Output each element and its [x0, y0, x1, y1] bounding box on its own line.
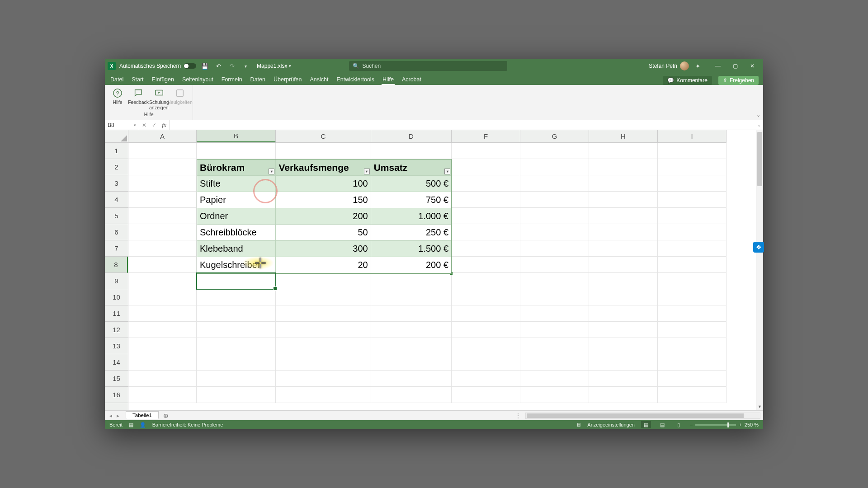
accessibility-icon[interactable]: 👤	[140, 422, 146, 428]
cell[interactable]	[452, 338, 520, 354]
filter-icon[interactable]: ▾	[364, 169, 370, 174]
select-all-corner[interactable]	[105, 130, 128, 143]
column-header-G[interactable]: G	[520, 130, 589, 142]
column-header-B[interactable]: B	[197, 130, 276, 142]
cell[interactable]	[452, 240, 520, 257]
cell[interactable]	[197, 354, 276, 371]
share-button[interactable]: ⇪ Freigeben	[718, 76, 759, 85]
cell[interactable]	[589, 371, 658, 387]
cell[interactable]	[658, 354, 726, 371]
table-cell[interactable]: 100	[276, 176, 371, 192]
row-header-3[interactable]: 3	[105, 175, 128, 192]
coming-soon-icon[interactable]: ✦	[693, 61, 703, 71]
cell[interactable]	[658, 305, 726, 322]
cell[interactable]	[658, 143, 726, 159]
cell[interactable]	[520, 175, 589, 192]
table-cell[interactable]: Schreibblöcke	[197, 225, 276, 241]
row-header-15[interactable]: 15	[105, 371, 128, 387]
tab-entwicklertools[interactable]: Entwicklertools	[336, 75, 375, 85]
ribbon-schulung-anzeigen[interactable]: Schulung anzeigen	[149, 87, 169, 111]
cell[interactable]	[452, 175, 520, 192]
tab-formeln[interactable]: Formeln	[221, 75, 243, 85]
cell[interactable]	[371, 273, 452, 289]
cell[interactable]	[452, 192, 520, 208]
cell[interactable]	[520, 159, 589, 175]
cell[interactable]	[658, 159, 726, 175]
cell[interactable]	[276, 338, 371, 354]
table-cell[interactable]: Ordner	[197, 208, 276, 225]
cell[interactable]	[371, 371, 452, 387]
table-cell[interactable]: 250 €	[371, 225, 451, 241]
cell[interactable]	[589, 387, 658, 403]
cell[interactable]	[128, 305, 197, 322]
formula-input[interactable]	[170, 120, 755, 130]
save-icon[interactable]: 💾	[200, 61, 210, 71]
cell[interactable]	[276, 143, 371, 159]
cell[interactable]	[452, 289, 520, 305]
cell[interactable]	[658, 289, 726, 305]
tab-einfügen[interactable]: Einfügen	[151, 75, 175, 85]
table-cell[interactable]: 200	[276, 208, 371, 225]
customize-qat-icon[interactable]: ▾	[241, 61, 250, 71]
cell[interactable]	[452, 224, 520, 240]
cell[interactable]	[589, 354, 658, 371]
cell[interactable]	[128, 354, 197, 371]
table-cell[interactable]: Stifte	[197, 176, 276, 192]
row-header-12[interactable]: 12	[105, 322, 128, 338]
undo-icon[interactable]: ↶	[213, 61, 223, 71]
cell[interactable]	[197, 289, 276, 305]
account-button[interactable]: Stefan Petri	[649, 61, 689, 70]
table-cell[interactable]: 50	[276, 225, 371, 241]
row-header-7[interactable]: 7	[105, 240, 128, 257]
table-header[interactable]: Umsatz▾	[371, 160, 451, 176]
column-header-D[interactable]: D	[371, 130, 452, 142]
toggle-off-icon[interactable]	[184, 63, 196, 69]
cell[interactable]	[197, 387, 276, 403]
scrollbar-thumb[interactable]	[757, 132, 762, 186]
table-cell[interactable]: Papier	[197, 192, 276, 208]
table-cell[interactable]: 200 €	[371, 257, 451, 273]
cell[interactable]	[589, 240, 658, 257]
row-header-10[interactable]: 10	[105, 289, 128, 305]
table-cell[interactable]: 300	[276, 241, 371, 257]
close-button[interactable]: ✕	[744, 61, 760, 71]
cell[interactable]	[276, 371, 371, 387]
cell[interactable]	[658, 175, 726, 192]
cell[interactable]	[520, 289, 589, 305]
tab-seitenlayout[interactable]: Seitenlayout	[181, 75, 214, 85]
table-cell[interactable]: 20	[276, 257, 371, 273]
cell[interactable]	[128, 175, 197, 192]
cell[interactable]	[128, 143, 197, 159]
row-header-9[interactable]: 9	[105, 273, 128, 289]
cell[interactable]	[371, 387, 452, 403]
cell[interactable]	[371, 322, 452, 338]
tab-acrobat[interactable]: Acrobat	[401, 75, 422, 85]
status-display-settings[interactable]: Anzeigeeinstellungen	[587, 422, 635, 427]
cell[interactable]	[520, 305, 589, 322]
zoom-in-icon[interactable]: +	[739, 422, 741, 427]
cell[interactable]	[128, 257, 197, 273]
cell[interactable]	[520, 338, 589, 354]
cell[interactable]	[128, 371, 197, 387]
cell[interactable]	[452, 305, 520, 322]
cell[interactable]	[276, 273, 371, 289]
cell[interactable]	[658, 371, 726, 387]
cell[interactable]	[589, 322, 658, 338]
cell[interactable]	[589, 224, 658, 240]
row-header-1[interactable]: 1	[105, 143, 128, 159]
add-sheet-button[interactable]: ⊕	[161, 412, 170, 419]
cell[interactable]	[276, 305, 371, 322]
column-header-C[interactable]: C	[276, 130, 371, 142]
cell[interactable]	[371, 305, 452, 322]
worksheet-grid[interactable]: ABCDFGHI 12345678910111213141516 Bürokra…	[105, 130, 763, 410]
cell[interactable]	[520, 192, 589, 208]
table-cell[interactable]: 1.000 €	[371, 208, 451, 225]
cell[interactable]	[128, 273, 197, 289]
cell[interactable]	[589, 208, 658, 224]
row-header-6[interactable]: 6	[105, 224, 128, 240]
cell[interactable]	[658, 338, 726, 354]
row-header-11[interactable]: 11	[105, 305, 128, 322]
cell[interactable]	[452, 371, 520, 387]
cell[interactable]	[197, 305, 276, 322]
cell[interactable]	[197, 338, 276, 354]
